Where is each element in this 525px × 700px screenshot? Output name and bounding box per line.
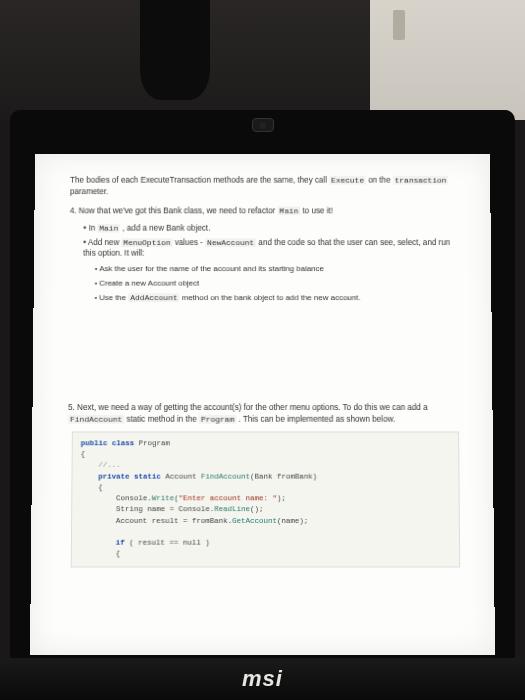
msi-logo: msi — [242, 666, 283, 692]
intro-paragraph: The bodies of each ExecuteTransaction me… — [70, 175, 461, 198]
code-line: if ( result == null ) — [80, 538, 451, 549]
step-5: 5. Next, we need a way of getting the ac… — [68, 402, 463, 425]
whitespace-gap — [68, 307, 462, 395]
code-findaccount: FindAccount — [68, 415, 124, 424]
document-content: The bodies of each ExecuteTransaction me… — [31, 154, 494, 577]
code-line: Console.Write("Enter account name: "); — [80, 494, 451, 505]
code-execute: Execute — [329, 176, 366, 185]
function: FindAccount — [201, 472, 250, 480]
text: static method in the — [124, 415, 199, 424]
code-line: public class Program — [81, 438, 451, 449]
text: ( result == null ) — [125, 539, 210, 547]
code-line: { — [81, 449, 451, 460]
text: method on the bank object to add the new… — [180, 293, 361, 302]
list-item: Add new MenuOption values - NewAccount a… — [83, 237, 461, 260]
text: ); — [277, 495, 286, 503]
code-block: public class Program { //... private sta… — [71, 431, 460, 567]
string: "Enter account name: " — [179, 495, 277, 503]
hanging-coat — [140, 0, 210, 100]
text: (name); — [277, 517, 308, 525]
code-line: { — [80, 549, 451, 560]
step4-sublist: Ask the user for the name of the account… — [95, 264, 462, 303]
code-line: //... — [80, 460, 450, 471]
text: In — [88, 224, 97, 233]
function: GetAccount — [232, 517, 277, 525]
text: 4. Now that we've got this Bank class, w… — [70, 206, 278, 215]
list-item: Use the AddAccount method on the bank ob… — [95, 292, 462, 303]
code-newaccount: NewAccount — [205, 238, 256, 247]
text: 5. Next, we need a way of getting the ac… — [68, 403, 428, 412]
text: String name = Console. — [80, 506, 214, 514]
code-line: private static Account FindAccount(Bank … — [80, 471, 450, 482]
webcam-lens — [259, 122, 266, 129]
text: Account result = fromBank. — [80, 517, 232, 525]
text: . This can be implemented as shown below… — [236, 415, 395, 424]
code-addaccount: AddAccount — [128, 293, 179, 302]
text: Add new — [88, 238, 122, 247]
text: Use the — [99, 293, 128, 302]
text: The bodies of each ExecuteTransaction me… — [70, 176, 329, 185]
function: Write — [152, 495, 174, 503]
keyword: private static — [80, 472, 160, 480]
code-line: { — [80, 482, 450, 493]
laptop-screen: The bodies of each ExecuteTransaction me… — [30, 154, 495, 655]
text: to use it! — [300, 206, 333, 215]
webcam — [252, 118, 274, 132]
function: ReadLine — [214, 506, 250, 514]
keyword: if — [80, 539, 125, 547]
list-item: Ask the user for the name of the account… — [95, 264, 462, 275]
list-item: Create a new Account object — [95, 278, 462, 289]
text: , add a new Bank object. — [120, 224, 210, 233]
list-item: In Main , add a new Bank object. — [83, 223, 461, 234]
text: (); — [250, 506, 263, 514]
laptop-hinge-bar: msi — [0, 658, 525, 700]
code-line — [80, 527, 451, 538]
text: parameter. — [70, 187, 108, 196]
code-transaction: transaction — [393, 176, 449, 185]
text: on the — [366, 176, 393, 185]
step-4: 4. Now that we've got this Bank class, w… — [70, 205, 461, 216]
code-line: Account result = fromBank.GetAccount(nam… — [80, 516, 451, 527]
door-hinge — [393, 10, 405, 40]
code-main: Main — [278, 206, 301, 215]
text: Account — [161, 472, 201, 480]
text: values - — [172, 238, 205, 247]
text: Console. — [80, 495, 152, 503]
code-line: String name = Console.ReadLine(); — [80, 505, 451, 516]
code-main: Main — [97, 224, 120, 233]
code-program: Program — [199, 415, 236, 424]
keyword: public class — [81, 439, 135, 447]
text: Program — [134, 439, 170, 447]
step4-list: In Main , add a new Bank object. Add new… — [83, 223, 461, 260]
text: (Bank fromBank) — [250, 472, 317, 480]
code-menuoption: MenuOption — [121, 238, 172, 247]
